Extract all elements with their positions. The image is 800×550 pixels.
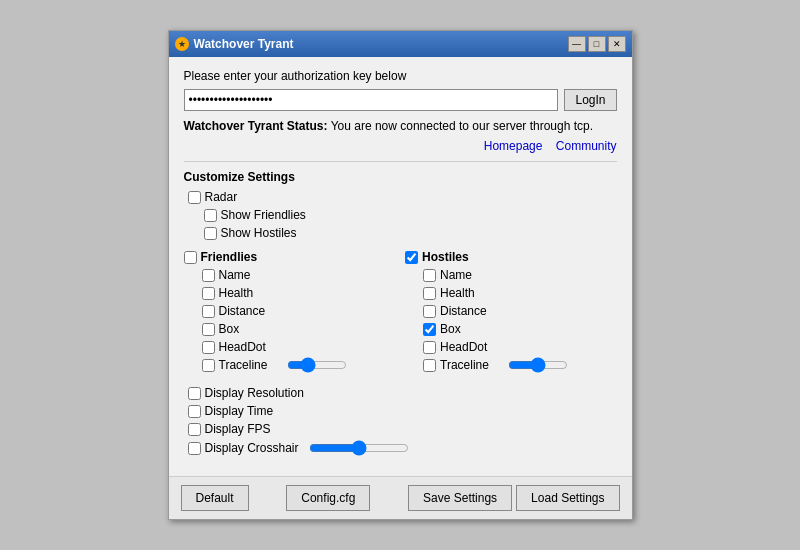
display-resolution-label[interactable]: Display Resolution [205,386,304,400]
main-window: ★ Watchover Tyrant — □ ✕ Please enter yo… [168,30,633,520]
status-message: You are now connected to our server thro… [331,119,593,133]
friendlies-health-checkbox[interactable] [202,287,215,300]
display-crosshair-label[interactable]: Display Crosshair [205,441,305,455]
homepage-link[interactable]: Homepage [484,139,543,153]
friendlies-traceline-row: Traceline [184,358,396,372]
window-content: Please enter your authorization key belo… [169,57,632,476]
hostiles-headdot-row: HeadDot [405,340,617,354]
radar-label[interactable]: Radar [205,190,238,204]
load-settings-button[interactable]: Load Settings [516,485,619,511]
display-resolution-row: Display Resolution [184,386,617,400]
display-fps-row: Display FPS [184,422,617,436]
section-title: Customize Settings [184,170,617,184]
hostiles-traceline-row: Traceline [405,358,617,372]
display-crosshair-checkbox[interactable] [188,442,201,455]
hostiles-name-label[interactable]: Name [440,268,472,282]
hostiles-headdot-label[interactable]: HeadDot [440,340,487,354]
extra-section: Display Resolution Display Time Display … [184,386,617,456]
show-hostiles-row: Show Hostiles [184,226,617,240]
hostiles-distance-checkbox[interactable] [423,305,436,318]
hostiles-label[interactable]: Hostiles [422,250,469,264]
friendlies-distance-row: Distance [184,304,396,318]
hostiles-distance-row: Distance [405,304,617,318]
friendlies-checkbox[interactable] [184,251,197,264]
display-fps-checkbox[interactable] [188,423,201,436]
links-row: Homepage Community [184,139,617,153]
friendlies-name-checkbox[interactable] [202,269,215,282]
default-button[interactable]: Default [181,485,249,511]
friendlies-distance-label[interactable]: Distance [219,304,266,318]
title-bar: ★ Watchover Tyrant — □ ✕ [169,31,632,57]
hostiles-column: Hostiles Name Health Distance Box [405,250,617,376]
hostiles-traceline-slider[interactable] [508,358,568,372]
hostiles-health-row: Health [405,286,617,300]
close-button[interactable]: ✕ [608,36,626,52]
display-crosshair-row: Display Crosshair [184,440,617,456]
window-title: Watchover Tyrant [194,37,294,51]
display-time-checkbox[interactable] [188,405,201,418]
friendlies-headdot-checkbox[interactable] [202,341,215,354]
show-hostiles-label[interactable]: Show Hostiles [221,226,297,240]
hostiles-name-checkbox[interactable] [423,269,436,282]
display-time-label[interactable]: Display Time [205,404,274,418]
hostiles-box-label[interactable]: Box [440,322,461,336]
hostiles-header: Hostiles [405,250,617,264]
friendlies-box-row: Box [184,322,396,336]
maximize-button[interactable]: □ [588,36,606,52]
show-friendlies-checkbox[interactable] [204,209,217,222]
show-hostiles-checkbox[interactable] [204,227,217,240]
auth-row: LogIn [184,89,617,111]
friendlies-box-label[interactable]: Box [219,322,240,336]
friendlies-name-row: Name [184,268,396,282]
status-row: Watchover Tyrant Status: You are now con… [184,119,617,133]
bottom-bar: Default Config.cfg Save Settings Load Se… [169,476,632,519]
friendlies-traceline-label[interactable]: Traceline [219,358,279,372]
friendlies-health-label[interactable]: Health [219,286,254,300]
crosshair-slider[interactable] [309,440,409,456]
friendlies-traceline-checkbox[interactable] [202,359,215,372]
display-resolution-checkbox[interactable] [188,387,201,400]
hostiles-health-checkbox[interactable] [423,287,436,300]
display-fps-label[interactable]: Display FPS [205,422,271,436]
friendlies-column: Friendlies Name Health Distance Box [184,250,396,376]
columns-section: Friendlies Name Health Distance Box [184,250,617,376]
community-link[interactable]: Community [556,139,617,153]
friendlies-traceline-slider[interactable] [287,358,347,372]
title-bar-buttons: — □ ✕ [568,36,626,52]
show-friendlies-row: Show Friendlies [184,208,617,222]
hostiles-health-label[interactable]: Health [440,286,475,300]
friendlies-distance-checkbox[interactable] [202,305,215,318]
auth-label: Please enter your authorization key belo… [184,69,617,83]
friendlies-headdot-label[interactable]: HeadDot [219,340,266,354]
friendlies-headdot-row: HeadDot [184,340,396,354]
hostiles-traceline-label[interactable]: Traceline [440,358,500,372]
config-button[interactable]: Config.cfg [286,485,370,511]
friendlies-name-label[interactable]: Name [219,268,251,282]
hostiles-distance-label[interactable]: Distance [440,304,487,318]
status-label: Watchover Tyrant Status: [184,119,328,133]
friendlies-header: Friendlies [184,250,396,264]
radar-row: Radar [184,190,617,204]
friendlies-box-checkbox[interactable] [202,323,215,336]
minimize-button[interactable]: — [568,36,586,52]
bottom-right-buttons: Save Settings Load Settings [408,485,619,511]
display-time-row: Display Time [184,404,617,418]
save-settings-button[interactable]: Save Settings [408,485,512,511]
divider [184,161,617,162]
hostiles-name-row: Name [405,268,617,282]
login-button[interactable]: LogIn [564,89,616,111]
radar-checkbox[interactable] [188,191,201,204]
hostiles-headdot-checkbox[interactable] [423,341,436,354]
app-icon: ★ [175,37,189,51]
friendlies-label[interactable]: Friendlies [201,250,258,264]
hostiles-box-checkbox[interactable] [423,323,436,336]
hostiles-checkbox[interactable] [405,251,418,264]
title-bar-left: ★ Watchover Tyrant [175,37,294,51]
hostiles-box-row: Box [405,322,617,336]
hostiles-traceline-checkbox[interactable] [423,359,436,372]
show-friendlies-label[interactable]: Show Friendlies [221,208,306,222]
friendlies-health-row: Health [184,286,396,300]
auth-input[interactable] [184,89,559,111]
